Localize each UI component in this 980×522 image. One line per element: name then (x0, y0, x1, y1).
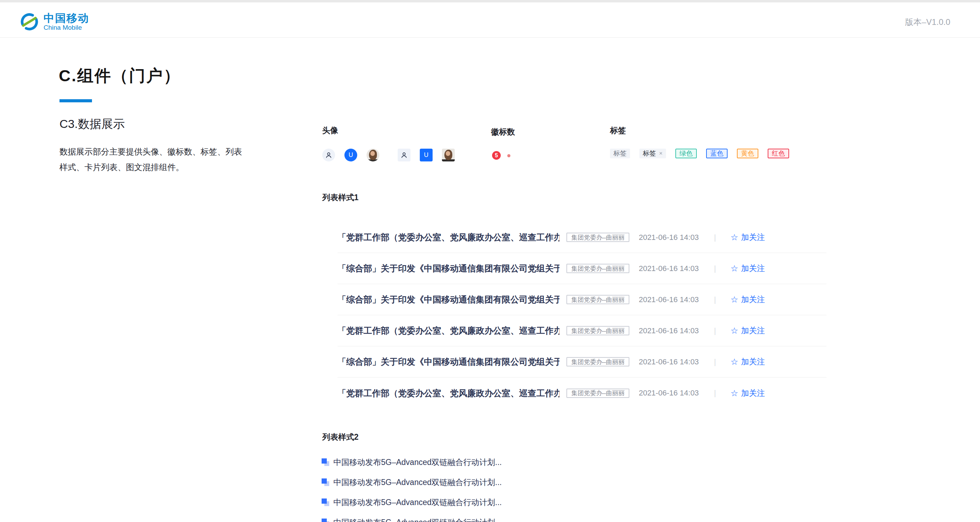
list-style-1: 「党群工作部（党委办公室、党风廉政办公室、巡查工作办公室）」关于开展年度... … (337, 222, 826, 409)
row-datetime: 2021-06-16 14:03 (639, 233, 699, 242)
document-icon (321, 459, 329, 466)
list-row-title[interactable]: 「党群工作部（党委办公室、党风廉政办公室、巡查工作办公室）」关于开展年度... (337, 232, 560, 243)
follow-button[interactable]: ☆ 加关注 (731, 232, 765, 243)
star-icon: ☆ (731, 357, 738, 366)
tag-plain: 标签 (610, 149, 630, 158)
org-tag: 集团党委办–曲丽丽 (566, 326, 629, 335)
list-row[interactable]: 「综合部」关于印发《中国移动通信集团有限公司党组关于开展全院范围内节约用... … (337, 284, 826, 315)
star-icon: ☆ (731, 264, 738, 273)
list-row[interactable]: 「综合部」关于印发《中国移动通信集团有限公司党组关于开展全院范围内节约用... … (337, 253, 826, 284)
avatar-circle-person (322, 149, 335, 162)
list-row[interactable]: 「党群工作部（党委办公室、党风廉政办公室、巡查工作办公室）」关于开展年度... … (337, 378, 826, 409)
tag-section-label: 标签 (610, 125, 626, 136)
row-divider: | (714, 389, 716, 398)
list1-section-label: 列表样式1 (322, 192, 359, 203)
document-icon (321, 478, 329, 486)
tag-closable-label: 标签 (643, 149, 656, 158)
close-icon[interactable]: × (659, 150, 663, 157)
tag-yellow: 黄色 (737, 149, 758, 158)
person-icon (325, 151, 332, 159)
tag-examples: 标签 标签 × 绿色 蓝色 黄色 红色 (610, 149, 789, 158)
badge-dot-icon (507, 154, 511, 157)
list-item[interactable]: 中国移动发布5G–Advanced双链融合行动计划... (321, 458, 502, 467)
follow-button[interactable]: ☆ 加关注 (731, 325, 765, 336)
star-icon: ☆ (731, 389, 738, 398)
follow-label: 加关注 (741, 294, 765, 305)
follow-label: 加关注 (741, 325, 765, 336)
document-icon (321, 519, 329, 522)
row-datetime: 2021-06-16 14:03 (639, 326, 699, 335)
tag-blue: 蓝色 (706, 149, 727, 158)
logo-text-cn: 中国移动 (44, 13, 89, 24)
person-icon (400, 151, 408, 159)
avatar-circle-initial: U (344, 149, 357, 162)
list-item-text[interactable]: 中国移动发布5G–Advanced双链融合行动计划... (333, 517, 502, 522)
list-item-text[interactable]: 中国移动发布5G–Advanced双链融合行动计划... (333, 477, 502, 488)
row-divider: | (714, 326, 716, 335)
follow-button[interactable]: ☆ 加关注 (731, 356, 765, 367)
list-item-text[interactable]: 中国移动发布5G–Advanced双链融合行动计划... (333, 497, 502, 508)
row-divider: | (714, 264, 716, 273)
row-divider: | (714, 295, 716, 304)
badge-count: 5 (492, 151, 501, 160)
list-row-title[interactable]: 「党群工作部（党委办公室、党风廉政办公室、巡查工作办公室）」关于开展年度... (337, 387, 560, 399)
list-item-text[interactable]: 中国移动发布5G–Advanced双链融合行动计划... (333, 457, 502, 468)
row-datetime: 2021-06-16 14:03 (639, 389, 699, 398)
logo-text: 中国移动 China Mobile (44, 13, 89, 31)
row-datetime: 2021-06-16 14:03 (639, 295, 699, 304)
tag-closable: 标签 × (640, 149, 666, 158)
follow-label: 加关注 (741, 388, 765, 398)
tag-red: 红色 (768, 149, 789, 158)
section-description: 数据展示部分主要提供头像、徽标数、标签、列表样式、卡片列表、图文混排组件。 (59, 144, 243, 175)
avatar-circle-photo (367, 149, 379, 162)
row-divider: | (714, 357, 716, 367)
row-divider: | (714, 233, 716, 242)
list-item[interactable]: 中国移动发布5G–Advanced双链融合行动计划... (321, 518, 502, 522)
document-icon (321, 498, 329, 506)
list-row-title[interactable]: 「综合部」关于印发《中国移动通信集团有限公司党组关于开展全院范围内节约用... (337, 263, 560, 274)
section-title: C3.数据展示 (59, 116, 125, 132)
list-row[interactable]: 「综合部」关于印发《中国移动通信集团有限公司党组关于开展全院范围内节约用... … (337, 346, 826, 378)
star-icon: ☆ (731, 233, 738, 242)
list-row-title[interactable]: 「党群工作部（党委办公室、党风廉政办公室、巡查工作办公室）」关于开展年度... (337, 325, 560, 336)
title-underline (59, 99, 92, 102)
follow-button[interactable]: ☆ 加关注 (731, 294, 765, 305)
avatar-section-label: 头像 (322, 125, 338, 136)
list-row[interactable]: 「党群工作部（党委办公室、党风廉政办公室、巡查工作办公室）」关于开展年度... … (337, 315, 826, 346)
list-row-title[interactable]: 「综合部」关于印发《中国移动通信集团有限公司党组关于开展全院范围内节约用... (337, 356, 560, 368)
list2-section-label: 列表样式2 (322, 432, 359, 443)
follow-label: 加关注 (741, 356, 765, 367)
list-row-title[interactable]: 「综合部」关于印发《中国移动通信集团有限公司党组关于开展全院范围内节约用... (337, 294, 560, 305)
org-tag: 集团党委办–曲丽丽 (566, 264, 629, 273)
follow-label: 加关注 (741, 232, 765, 243)
list-item[interactable]: 中国移动发布5G–Advanced双链融合行动计划... (321, 478, 502, 487)
avatar-square-photo (442, 149, 455, 162)
org-tag: 集团党委办–曲丽丽 (566, 233, 629, 242)
avatar-square-initial: U (420, 149, 433, 162)
star-icon: ☆ (731, 326, 738, 335)
china-mobile-logo-icon (20, 13, 39, 31)
avatar-initial-label: U (424, 151, 428, 159)
org-tag: 集团党委办–曲丽丽 (566, 357, 629, 367)
header: 中国移动 China Mobile 版本–V1.0.0 (0, 0, 980, 38)
page-title: C.组件（门户） (59, 65, 181, 87)
follow-label: 加关注 (741, 263, 765, 274)
china-mobile-logo[interactable]: 中国移动 China Mobile (20, 13, 89, 31)
list-item[interactable]: 中国移动发布5G–Advanced双链融合行动计划... (321, 498, 502, 507)
logo-text-en: China Mobile (44, 24, 89, 31)
row-datetime: 2021-06-16 14:03 (639, 264, 699, 273)
star-icon: ☆ (731, 295, 738, 304)
org-tag: 集团党委办–曲丽丽 (566, 389, 629, 398)
top-scroll-strip (0, 0, 980, 2)
page: 中国移动 China Mobile 版本–V1.0.0 C.组件（门户） C3.… (0, 0, 980, 522)
version-label: 版本–V1.0.0 (905, 17, 950, 28)
tag-green: 绿色 (675, 149, 697, 158)
follow-button[interactable]: ☆ 加关注 (731, 263, 765, 274)
avatar-square-person (398, 149, 410, 162)
row-datetime: 2021-06-16 14:03 (639, 357, 699, 367)
list-row[interactable]: 「党群工作部（党委办公室、党风廉政办公室、巡查工作办公室）」关于开展年度... … (337, 222, 826, 253)
follow-button[interactable]: ☆ 加关注 (731, 388, 765, 398)
list-style-2: 中国移动发布5G–Advanced双链融合行动计划... 中国移动发布5G–Ad… (321, 458, 502, 522)
badge-section-label: 徽标数 (491, 127, 515, 137)
avatar-initial-label: U (348, 151, 353, 159)
